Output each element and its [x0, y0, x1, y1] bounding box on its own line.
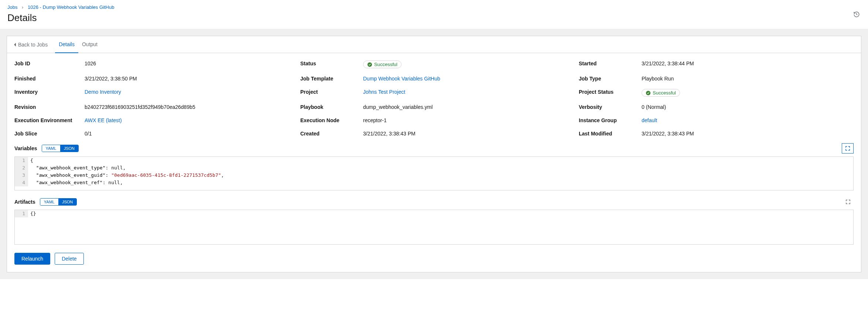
- back-to-jobs-link[interactable]: Back to Jobs: [14, 37, 51, 53]
- job-template-link[interactable]: Dump Webhook Variables GitHub: [363, 76, 440, 82]
- variables-expand-button[interactable]: [842, 143, 854, 154]
- back-label: Back to Jobs: [18, 42, 48, 48]
- breadcrumb-separator: ›: [22, 4, 23, 10]
- variables-header-row: Variables YAML JSON: [14, 143, 854, 154]
- value-instance-group: default: [642, 117, 854, 123]
- artifacts-format-toggle: YAML JSON: [40, 198, 77, 206]
- label-revision: Revision: [14, 104, 81, 110]
- tabs-bar: Back to Jobs Details Output: [7, 36, 861, 53]
- value-job-slice: 0/1: [85, 131, 297, 137]
- artifacts-json-toggle[interactable]: JSON: [58, 199, 76, 205]
- variables-editor[interactable]: 1{2 "awx_webhook_event_type": null,3 "aw…: [14, 156, 854, 190]
- value-project-status: Successful: [642, 89, 854, 97]
- breadcrumb-root-link[interactable]: Jobs: [7, 4, 17, 10]
- label-finished: Finished: [14, 76, 81, 82]
- action-buttons: Relaunch Delete: [14, 253, 854, 265]
- variables-label: Variables: [14, 145, 37, 151]
- value-job-type: Playbook Run: [642, 76, 854, 82]
- success-icon: [646, 90, 651, 96]
- label-job-id: Job ID: [14, 61, 81, 68]
- label-exec-node: Execution Node: [300, 117, 359, 123]
- inventory-link[interactable]: Demo Inventory: [85, 89, 121, 95]
- success-icon: [367, 62, 372, 67]
- value-started: 3/21/2022, 3:38:44 PM: [642, 61, 854, 68]
- value-created: 3/21/2022, 3:38:43 PM: [363, 131, 575, 137]
- label-last-modified: Last Modified: [579, 131, 638, 137]
- tab-output[interactable]: Output: [78, 36, 101, 53]
- value-status: Successful: [363, 61, 575, 68]
- variables-json-toggle[interactable]: JSON: [60, 145, 78, 152]
- label-created: Created: [300, 131, 359, 137]
- variables-format-toggle: YAML JSON: [42, 145, 79, 152]
- project-link[interactable]: Johns Test Project: [363, 89, 405, 95]
- details-grid: Job ID 1026 Status Successful Started 3/…: [14, 61, 854, 137]
- status-text: Successful: [374, 62, 397, 67]
- breadcrumb: Jobs › 1026 - Dump Webhook Variables Git…: [7, 4, 861, 10]
- label-exec-env: Execution Environment: [14, 117, 81, 123]
- project-status-text: Successful: [653, 90, 676, 96]
- label-job-slice: Job Slice: [14, 131, 81, 137]
- value-playbook: dump_webhook_variables.yml: [363, 104, 575, 110]
- artifacts-editor[interactable]: 1{}: [14, 210, 854, 245]
- variables-yaml-toggle[interactable]: YAML: [42, 145, 60, 152]
- value-last-modified: 3/21/2022, 3:38:43 PM: [642, 131, 854, 137]
- label-started: Started: [579, 61, 638, 68]
- value-revision: b2402723f6816903251fd352f949b70ea26d89b5: [85, 104, 297, 110]
- value-job-template: Dump Webhook Variables GitHub: [363, 76, 575, 82]
- artifacts-expand-button[interactable]: [843, 197, 854, 207]
- breadcrumb-current-link[interactable]: 1026 - Dump Webhook Variables GitHub: [28, 4, 114, 10]
- value-verbosity: 0 (Normal): [642, 104, 854, 110]
- instance-group-link[interactable]: default: [642, 117, 657, 123]
- project-status-badge: Successful: [642, 89, 680, 97]
- tab-details[interactable]: Details: [55, 36, 78, 53]
- artifacts-header-row: Artifacts YAML JSON: [14, 197, 854, 207]
- page-header: Jobs › 1026 - Dump Webhook Variables Git…: [0, 0, 868, 29]
- page-title: Details: [7, 12, 861, 24]
- value-exec-env: AWX EE (latest): [85, 117, 297, 123]
- label-status: Status: [300, 61, 359, 68]
- details-content: Job ID 1026 Status Successful Started 3/…: [7, 53, 861, 272]
- value-project: Johns Test Project: [363, 89, 575, 97]
- delete-button[interactable]: Delete: [55, 253, 83, 265]
- label-playbook: Playbook: [300, 104, 359, 110]
- details-card: Back to Jobs Details Output Job ID 1026 …: [7, 36, 861, 272]
- label-project: Project: [300, 89, 359, 97]
- value-inventory: Demo Inventory: [85, 89, 297, 97]
- artifacts-yaml-toggle[interactable]: YAML: [40, 199, 58, 205]
- history-icon[interactable]: [853, 11, 860, 18]
- label-job-type: Job Type: [579, 76, 638, 82]
- label-job-template: Job Template: [300, 76, 359, 82]
- label-verbosity: Verbosity: [579, 104, 638, 110]
- relaunch-button[interactable]: Relaunch: [14, 253, 50, 265]
- exec-env-link[interactable]: AWX EE (latest): [85, 117, 122, 123]
- value-exec-node: receptor-1: [363, 117, 575, 123]
- artifacts-label: Artifacts: [14, 199, 35, 205]
- status-badge: Successful: [363, 61, 401, 68]
- value-finished: 3/21/2022, 3:38:50 PM: [85, 76, 297, 82]
- label-project-status: Project Status: [579, 89, 638, 97]
- page-body: Back to Jobs Details Output Job ID 1026 …: [0, 29, 868, 279]
- chevron-left-icon: [14, 43, 17, 47]
- label-instance-group: Instance Group: [579, 117, 638, 123]
- value-job-id: 1026: [85, 61, 297, 68]
- label-inventory: Inventory: [14, 89, 81, 97]
